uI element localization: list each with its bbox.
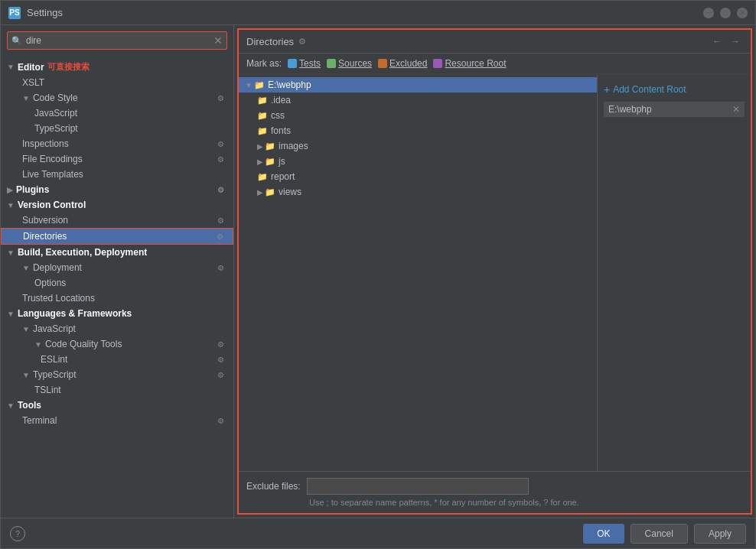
- file-name-idea: .idea: [271, 95, 291, 106]
- expand-icon: ▶: [7, 186, 13, 194]
- settings-icon: ⚙: [217, 186, 224, 194]
- sidebar-item-languages-frameworks[interactable]: ▼ Languages & Frameworks: [1, 306, 233, 321]
- right-panel: Directories ⚙ ← → Mark as: Tests Sources: [237, 28, 752, 515]
- expand-icon: ▼: [22, 264, 30, 272]
- close-button[interactable]: ✕: [737, 8, 748, 18]
- sidebar-item-live-templates[interactable]: Live Templates: [1, 167, 233, 182]
- file-item-images[interactable]: ▶ 📁 images: [239, 138, 597, 154]
- expand-arrow: ▶: [257, 158, 263, 166]
- sidebar-item-xslt[interactable]: XSLT: [1, 75, 233, 90]
- settings-icon: ⚙: [217, 94, 224, 102]
- file-item-idea[interactable]: 📁 .idea: [239, 93, 597, 108]
- sidebar-item-javascript[interactable]: JavaScript: [1, 106, 233, 121]
- settings-icon: ⚙: [217, 340, 224, 349]
- help-button[interactable]: ?: [10, 526, 25, 541]
- file-item-views[interactable]: ▶ 📁 views: [239, 184, 597, 200]
- settings-icon: ⚙: [217, 216, 224, 225]
- tests-label: Tests: [299, 58, 321, 69]
- file-item-report[interactable]: 📁 report: [239, 169, 597, 184]
- file-item-fonts[interactable]: 📁 fonts: [239, 123, 597, 138]
- mark-as-label: Mark as:: [246, 58, 282, 69]
- search-clear-icon[interactable]: ✕: [213, 34, 223, 47]
- sidebar-item-directories[interactable]: Directories ⚙: [1, 228, 233, 245]
- add-content-root-button[interactable]: + Add Content Root: [604, 80, 745, 99]
- sidebar-item-plugins[interactable]: ▶ Plugins ⚙: [1, 182, 233, 197]
- sidebar-item-javascript2[interactable]: ▼ JavaScript: [1, 321, 233, 336]
- cancel-button[interactable]: Cancel: [631, 524, 688, 544]
- content-root-item: E:\webphp ✕: [604, 102, 745, 117]
- mark-as-sources[interactable]: Sources: [327, 58, 372, 69]
- nav-tree: ▼ Editor 可直接搜索 XSLT ▼ Code Style ⚙: [1, 56, 233, 518]
- sidebar-item-inspections[interactable]: Inspections ⚙: [1, 136, 233, 151]
- sidebar-item-trusted-locations[interactable]: Trusted Locations: [1, 291, 233, 306]
- file-name-root: E:\webphp: [268, 80, 311, 90]
- apply-button[interactable]: Apply: [694, 524, 746, 544]
- excluded-label: Excluded: [389, 58, 427, 69]
- settings-icon: ⚙: [217, 417, 224, 425]
- maximize-button[interactable]: □: [720, 8, 731, 18]
- minimize-button[interactable]: ─: [703, 8, 714, 18]
- expand-icon: ▼: [34, 340, 42, 349]
- mark-as-resource-root[interactable]: Resource Root: [433, 58, 506, 69]
- search-hint: 可直接搜索: [47, 61, 90, 73]
- nav-arrows: ← →: [709, 34, 743, 48]
- settings-icon: ⚙: [217, 264, 224, 272]
- nav-forward-button[interactable]: →: [728, 34, 743, 48]
- sidebar-item-code-style[interactable]: ▼ Code Style ⚙: [1, 90, 233, 106]
- folder-icon: 📁: [257, 126, 268, 136]
- content-root-path: E:\webphp: [608, 104, 652, 115]
- tests-color-dot: [288, 59, 297, 68]
- sidebar-item-build-execution[interactable]: ▼ Build, Execution, Deployment: [1, 245, 233, 260]
- sidebar-item-typescript2[interactable]: ▼ TypeScript ⚙: [1, 367, 233, 382]
- mark-as-excluded[interactable]: Excluded: [378, 58, 427, 69]
- file-tree: ▼ 📁 E:\webphp 📁 .idea 📁 css 📁 f: [239, 74, 598, 471]
- exclude-label: Exclude files:: [246, 481, 301, 492]
- file-name-css: css: [271, 110, 285, 121]
- bottom-bar: ? OK Cancel Apply: [1, 518, 755, 548]
- sidebar-item-terminal[interactable]: Terminal ⚙: [1, 413, 233, 428]
- file-item-js[interactable]: ▶ 📁 js: [239, 154, 597, 169]
- expand-icon: ▼: [22, 325, 30, 333]
- expand-icon: ▼: [7, 63, 15, 71]
- add-content-root-label: Add Content Root: [613, 84, 686, 95]
- folder-icon: 📁: [265, 187, 275, 197]
- settings-icon: ⚙: [217, 140, 224, 148]
- sidebar-item-version-control[interactable]: ▼ Version Control: [1, 197, 233, 213]
- expand-icon: ▼: [7, 249, 15, 257]
- sidebar-item-file-encodings[interactable]: File Encodings ⚙: [1, 151, 233, 167]
- content-root-close-button[interactable]: ✕: [732, 104, 740, 115]
- sidebar-item-subversion[interactable]: Subversion ⚙: [1, 213, 233, 228]
- settings-window: PS Settings ─ □ ✕ 🔍 ✕ ▼ Editor: [0, 0, 756, 549]
- settings-icon: ⚙: [217, 155, 224, 164]
- search-icon: 🔍: [11, 36, 22, 46]
- settings-icon: ⚙: [217, 356, 224, 364]
- sidebar-item-typescript[interactable]: TypeScript: [1, 121, 233, 136]
- panel-settings-icon: ⚙: [298, 37, 306, 47]
- sidebar-item-editor[interactable]: ▼ Editor 可直接搜索: [1, 59, 233, 75]
- ok-button[interactable]: OK: [583, 524, 624, 544]
- folder-icon: 📁: [265, 157, 275, 167]
- bottom-buttons: OK Cancel Apply: [583, 524, 746, 544]
- file-item-root[interactable]: ▼ 📁 E:\webphp: [239, 77, 597, 93]
- settings-icon: ⚙: [217, 371, 224, 379]
- mark-as-tests[interactable]: Tests: [288, 58, 321, 69]
- folder-icon: 📁: [257, 96, 268, 106]
- sidebar-item-eslint[interactable]: ESLint ⚙: [1, 352, 233, 367]
- sidebar-item-tslint[interactable]: TSLint: [1, 382, 233, 398]
- sidebar-item-options[interactable]: Options: [1, 275, 233, 291]
- nav-back-button[interactable]: ←: [709, 34, 725, 48]
- expand-icon: ▼: [22, 94, 30, 102]
- sidebar-item-tools[interactable]: ▼ Tools: [1, 398, 233, 413]
- exclude-input[interactable]: [307, 478, 529, 495]
- sidebar-item-deployment[interactable]: ▼ Deployment ⚙: [1, 260, 233, 275]
- sidebar-item-code-quality-tools[interactable]: ▼ Code Quality Tools ⚙: [1, 336, 233, 352]
- resource-color-dot: [433, 59, 442, 68]
- file-name-fonts: fonts: [271, 125, 291, 136]
- main-area: ▼ 📁 E:\webphp 📁 .idea 📁 css 📁 f: [239, 74, 751, 471]
- sources-label: Sources: [338, 58, 372, 69]
- expand-icon: ▼: [7, 310, 15, 318]
- search-input[interactable]: [7, 31, 227, 50]
- file-item-css[interactable]: 📁 css: [239, 108, 597, 123]
- file-name-js: js: [279, 156, 285, 167]
- app-icon: PS: [8, 7, 21, 19]
